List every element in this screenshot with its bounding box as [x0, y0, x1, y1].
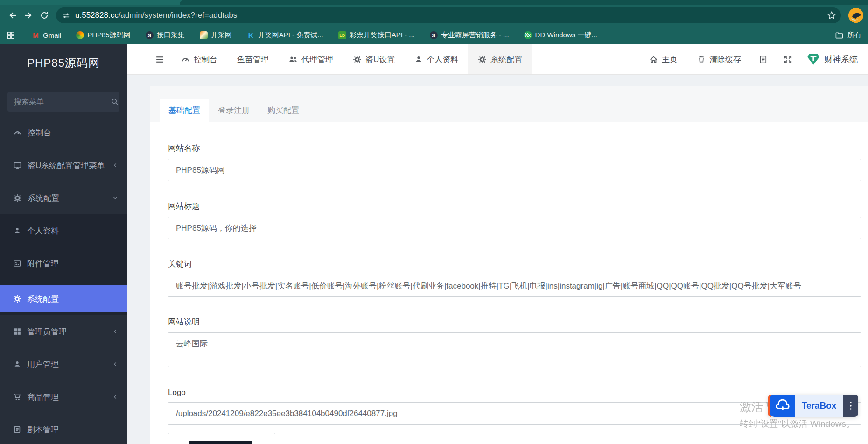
chevron-down-icon	[112, 195, 119, 201]
php85-icon	[76, 31, 84, 39]
sidebar-item-users[interactable]: 用户管理	[0, 348, 127, 381]
bookmark-kaijiang-api[interactable]: K 开奖网API - 免费试...	[247, 31, 323, 40]
site-title-input[interactable]	[168, 217, 861, 239]
user-icon	[13, 226, 21, 235]
bookmarks-separator	[24, 31, 24, 40]
bookmark-php85[interactable]: PHP85源码网	[76, 31, 131, 40]
browser-toolbar: u.552828.cc/admin/system/index?ref=addta…	[0, 5, 868, 26]
bookmark-caipiao-api[interactable]: LD 彩票开奖接口API - ...	[338, 31, 415, 40]
hamburger-icon	[155, 55, 165, 64]
all-bookmarks-button[interactable]: 所有	[835, 31, 861, 40]
topnav-item-agents[interactable]: 代理管理	[279, 44, 343, 74]
bookmarks-bar: M Gmail PHP85源码网 S 接口采集 开采网 K 开奖网API - 免…	[0, 26, 868, 44]
chevron-left-icon	[112, 328, 119, 335]
gear-icon	[13, 295, 21, 303]
config-form: 网站名称 网站标题 关键词 网站说明 云峰国际 Logo	[150, 122, 868, 444]
globe-icon: S	[146, 31, 154, 39]
app-brand[interactable]: 财神系统	[800, 44, 860, 74]
docs-button[interactable]	[751, 44, 776, 74]
sidebar-submenu-system: 个人资料 附件管理 系统配置	[0, 214, 127, 315]
tether-logo-icon	[807, 53, 820, 66]
search-input[interactable]	[14, 98, 111, 106]
sidebar-item-dashboard[interactable]: 控制台	[0, 116, 127, 149]
terabox-widget[interactable]: TeraBox	[768, 395, 858, 417]
topnav-item-yumiao[interactable]: 鱼苗管理	[227, 44, 279, 74]
terabox-label[interactable]: TeraBox	[795, 395, 843, 417]
topnav-right-group: 主页 清除缓存 财神系统	[639, 44, 868, 74]
address-bar[interactable]: u.552828.cc/admin/system/index?ref=addta…	[56, 7, 841, 23]
sidebar-subitem-profile[interactable]: 个人资料	[0, 214, 127, 247]
grid-icon	[13, 327, 21, 336]
sidebar-item-goods[interactable]: 商品管理	[0, 381, 127, 413]
sidebar-subitem-attachments[interactable]: 附件管理	[0, 247, 127, 280]
doc-icon	[13, 425, 21, 434]
sidebar-item-system-config-parent[interactable]: 系统配置	[0, 182, 127, 214]
site-name-input[interactable]	[168, 159, 861, 181]
topnav-item-system-config[interactable]: 系统配置	[468, 44, 532, 74]
sidebar-item-admins[interactable]: 管理员管理	[0, 315, 127, 348]
bookmark-star-icon[interactable]	[827, 11, 836, 20]
tab-basic-config[interactable]: 基础配置	[160, 99, 209, 122]
globe-icon: S	[430, 31, 438, 39]
home-button[interactable]: 主页	[639, 44, 687, 74]
bookmark-dd-windows[interactable]: Xx DD Windows 一键...	[524, 31, 597, 40]
keywords-label: 关键词	[168, 259, 861, 269]
bookmark-gmail[interactable]: M Gmail	[32, 31, 61, 39]
browser-active-tab[interactable]	[180, 0, 868, 5]
terabox-logo-icon[interactable]	[770, 395, 795, 417]
chevron-left-icon	[112, 162, 119, 169]
site-title-label: 网站标题	[168, 201, 861, 211]
home-icon	[649, 55, 658, 64]
ld-icon: LD	[338, 31, 346, 39]
bookmark-kaicaiwang[interactable]: 开采网	[200, 31, 232, 40]
bookmark-jiekoucaiji[interactable]: S 接口采集	[146, 31, 185, 40]
sidebar-item-dauconfig[interactable]: 盗U系统配置管理菜单	[0, 149, 127, 182]
sidebar-item-scripts[interactable]: 剧本管理	[0, 413, 127, 444]
sidebar-brand: PHP85源码网	[0, 44, 127, 82]
back-button[interactable]	[5, 7, 21, 23]
logo-label: Logo	[168, 388, 861, 397]
site-description-textarea[interactable]: 云峰国际	[168, 332, 861, 367]
gauge-icon	[181, 55, 190, 64]
cart-icon	[13, 393, 21, 401]
topnav-item-profile[interactable]: 个人资料	[405, 44, 468, 74]
gear-icon	[353, 55, 362, 64]
user-icon	[13, 360, 21, 368]
bookmark-baping[interactable]: S 专业霸屏营销服务 - ...	[430, 31, 509, 40]
doc-icon	[759, 55, 768, 64]
monitor-icon	[13, 161, 22, 170]
terabox-menu-button[interactable]	[843, 395, 858, 417]
gmail-icon: M	[32, 31, 40, 39]
field-site-description: 网站说明 云峰国际	[168, 317, 861, 369]
k-icon: K	[247, 31, 255, 39]
sidebar-search[interactable]	[7, 92, 119, 112]
logo-path-input[interactable]	[168, 402, 861, 425]
sidebar-subitem-system-config[interactable]: 系统配置	[0, 285, 127, 312]
field-logo: Logo	[168, 388, 861, 444]
tab-login-register[interactable]: 登录注册	[209, 99, 259, 122]
image-icon	[13, 259, 21, 268]
vertical-dots-icon	[849, 401, 852, 410]
keywords-input[interactable]	[168, 275, 861, 297]
site-info-icon[interactable]	[62, 11, 70, 20]
menu-toggle-button[interactable]	[148, 44, 171, 74]
tab-purchase-config[interactable]: 购买配置	[259, 99, 308, 122]
apps-grid-icon[interactable]	[7, 31, 15, 40]
content-area: 基础配置 登录注册 购买配置 网站名称 网站标题 关键词 网站说明 云峰国际	[127, 75, 868, 444]
site-description-label: 网站说明	[168, 317, 861, 327]
clear-cache-button[interactable]: 清除缓存	[687, 44, 751, 74]
chevron-left-icon	[112, 394, 119, 400]
reload-button[interactable]	[36, 7, 52, 23]
search-icon	[111, 98, 119, 106]
topnav-item-dau-settings[interactable]: 盗U设置	[343, 44, 405, 74]
field-site-title: 网站标题	[168, 201, 861, 239]
fullscreen-button[interactable]	[776, 44, 800, 74]
config-panel: 基础配置 登录注册 购买配置 网站名称 网站标题 关键词 网站说明 云峰国际	[150, 86, 868, 444]
topnav-item-dashboard[interactable]: 控制台	[171, 44, 227, 74]
forward-button[interactable]	[21, 7, 36, 23]
site-name-label: 网站名称	[168, 143, 861, 154]
browser-tabstrip	[0, 0, 868, 5]
profile-avatar[interactable]	[848, 8, 863, 23]
xx-icon: Xx	[524, 31, 532, 39]
fullscreen-icon	[784, 55, 792, 64]
